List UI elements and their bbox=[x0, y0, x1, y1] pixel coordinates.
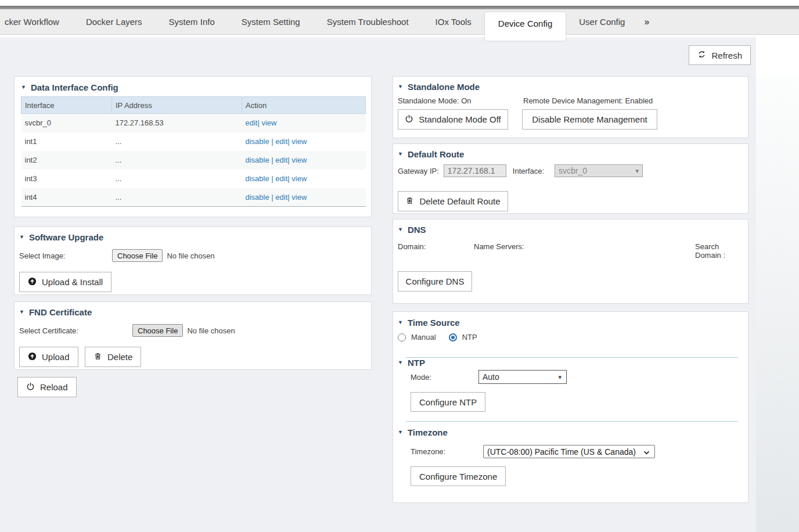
configure-timezone-button[interactable]: Configure Timezone bbox=[411, 466, 506, 486]
standalone-mode-off-button[interactable]: Standalone Mode Off bbox=[398, 109, 508, 130]
panel-title: Software Upgrade bbox=[29, 232, 103, 242]
interface-name-cell: int4 bbox=[21, 188, 112, 207]
table-row: svcbr_0172.27.168.53edit| view bbox=[21, 114, 366, 132]
table-header-row: Interface IP Address Action bbox=[21, 97, 366, 114]
collapse-triangle-icon: ▼ bbox=[398, 360, 403, 365]
collapse-triangle-icon: ▼ bbox=[398, 152, 403, 157]
tab-iox-tools[interactable]: IOx Tools bbox=[422, 9, 485, 35]
tab-docker-workflow[interactable]: cker Workflow bbox=[0, 9, 73, 35]
device-config-page: Refresh ▼ Data Interface Config Interfac… bbox=[0, 37, 756, 532]
default-route-panel: ▼ Default Route Gateway IP: Interface: s… bbox=[393, 143, 748, 214]
link-separator: | bbox=[269, 156, 276, 164]
interface-name-cell: svcbr_0 bbox=[21, 114, 112, 132]
tab-docker-layers[interactable]: Docker Layers bbox=[73, 9, 156, 35]
tab-user-config[interactable]: User Config bbox=[566, 9, 638, 35]
reload-button[interactable]: Reload bbox=[17, 377, 77, 397]
software-upgrade-panel: ▼ Software Upgrade Select Image: Choose … bbox=[14, 227, 372, 295]
view-link[interactable]: view bbox=[291, 193, 307, 202]
section-divider bbox=[406, 421, 738, 422]
action-cell: disable | edit| view bbox=[242, 151, 366, 170]
tab-device-config[interactable]: Device Config bbox=[485, 12, 566, 41]
ntp-header[interactable]: ▼ NTP bbox=[398, 358, 748, 368]
manual-radio[interactable] bbox=[398, 333, 406, 342]
disable-link[interactable]: disable bbox=[246, 193, 269, 202]
ntp-mode-select[interactable]: Auto ▾ bbox=[478, 370, 567, 384]
col-ip-address: IP Address bbox=[112, 97, 242, 114]
fnd-certificate-header[interactable]: ▼ FND Certificate bbox=[19, 307, 371, 317]
edit-link[interactable]: edit bbox=[246, 118, 258, 127]
interface-table: Interface IP Address Action svcbr_0172.2… bbox=[21, 96, 366, 207]
interface-name-cell: int2 bbox=[21, 151, 112, 170]
interface-select[interactable]: svcbr_0 ▾ bbox=[555, 164, 643, 177]
col-interface: Interface bbox=[21, 97, 112, 114]
panel-title: Time Source bbox=[408, 318, 460, 328]
data-interface-config-header[interactable]: ▼ Data Interface Config bbox=[15, 77, 371, 92]
action-cell: disable | edit| view bbox=[242, 132, 366, 151]
tab-system-troubleshoot[interactable]: System Troubleshoot bbox=[314, 9, 422, 35]
dns-header[interactable]: ▼ DNS bbox=[398, 225, 743, 235]
software-upgrade-header[interactable]: ▼ Software Upgrade bbox=[19, 232, 371, 242]
select-image-label: Select Image: bbox=[19, 251, 112, 260]
view-link[interactable]: view bbox=[291, 174, 307, 183]
collapse-triangle-icon: ▼ bbox=[21, 85, 26, 90]
data-interface-config-panel: ▼ Data Interface Config Interface IP Add… bbox=[14, 76, 372, 217]
timezone-header[interactable]: ▼ Timezone bbox=[398, 427, 748, 437]
interface-name-cell: int1 bbox=[21, 132, 112, 151]
disable-link[interactable]: disable bbox=[246, 156, 269, 164]
panel-title: DNS bbox=[408, 225, 426, 235]
time-source-header[interactable]: ▼ Time Source bbox=[398, 318, 748, 328]
collapse-triangle-icon: ▼ bbox=[19, 310, 24, 315]
edit-link[interactable]: edit bbox=[275, 174, 287, 183]
collapse-triangle-icon: ▼ bbox=[398, 430, 403, 435]
page-right-margin bbox=[756, 74, 799, 532]
link-separator: | bbox=[269, 137, 276, 146]
upload-button[interactable]: Upload bbox=[19, 347, 78, 367]
default-route-header[interactable]: ▼ Default Route bbox=[398, 149, 748, 159]
delete-default-route-button[interactable]: Delete Default Route bbox=[398, 191, 508, 211]
timezone-select[interactable]: (UTC-08:00) Pacific Time (US & Canada) bbox=[483, 445, 655, 458]
fnd-certificate-panel: ▼ FND Certificate Select Certificate: Ch… bbox=[14, 301, 372, 370]
tab-system-info[interactable]: System Info bbox=[156, 9, 228, 35]
configure-dns-button[interactable]: Configure DNS bbox=[398, 271, 472, 292]
standalone-mode-panel: ▼ Standalone Mode Standalone Mode: On Re… bbox=[393, 76, 748, 138]
ip-address-cell: ... bbox=[112, 188, 242, 207]
tab-overflow-chevron-icon[interactable]: » bbox=[638, 9, 655, 35]
upload-install-button[interactable]: Upload & Install bbox=[19, 272, 111, 292]
configure-ntp-button[interactable]: Configure NTP bbox=[411, 392, 485, 412]
collapse-triangle-icon: ▼ bbox=[398, 320, 403, 325]
trash-icon bbox=[93, 352, 102, 362]
collapse-triangle-icon: ▼ bbox=[19, 235, 24, 240]
link-separator: | bbox=[269, 193, 276, 202]
remote-management-status: Remote Device Management: Enabled bbox=[523, 96, 653, 105]
section-title: NTP bbox=[408, 358, 425, 368]
table-row: int4...disable | edit| view bbox=[21, 188, 366, 207]
tab-system-setting[interactable]: System Setting bbox=[228, 9, 314, 35]
edit-link[interactable]: edit bbox=[275, 137, 287, 146]
choose-file-button[interactable]: Choose File bbox=[132, 324, 183, 337]
table-row: int2...disable | edit| view bbox=[21, 151, 366, 170]
name-servers-label: Name Servers: bbox=[474, 242, 695, 260]
standalone-mode-header[interactable]: ▼ Standalone Mode bbox=[398, 82, 748, 92]
disable-remote-management-button[interactable]: Disable Remote Management bbox=[522, 109, 657, 130]
delete-button[interactable]: Delete bbox=[85, 347, 141, 367]
choose-file-button[interactable]: Choose File bbox=[112, 249, 163, 262]
edit-link[interactable]: edit bbox=[275, 193, 287, 202]
collapse-triangle-icon: ▼ bbox=[398, 227, 403, 232]
power-icon bbox=[405, 114, 413, 125]
disable-link[interactable]: disable bbox=[246, 137, 269, 146]
edit-link[interactable]: edit bbox=[275, 156, 287, 164]
view-link[interactable]: view bbox=[291, 137, 307, 146]
view-link[interactable]: view bbox=[261, 118, 276, 127]
standalone-mode-status: Standalone Mode: On bbox=[398, 96, 523, 105]
manual-radio-label: Manual bbox=[411, 333, 436, 342]
ntp-radio[interactable] bbox=[449, 333, 457, 342]
disable-link[interactable]: disable bbox=[246, 174, 269, 183]
refresh-button[interactable]: Refresh bbox=[689, 45, 751, 65]
gateway-ip-input[interactable] bbox=[444, 164, 506, 177]
view-link[interactable]: view bbox=[291, 156, 307, 164]
panel-title: Standalone Mode bbox=[408, 82, 480, 92]
action-cell: disable | edit| view bbox=[242, 170, 366, 188]
panel-title: FND Certificate bbox=[29, 307, 92, 317]
action-cell: edit| view bbox=[242, 114, 366, 132]
search-domain-label: Search Domain : bbox=[695, 242, 732, 260]
